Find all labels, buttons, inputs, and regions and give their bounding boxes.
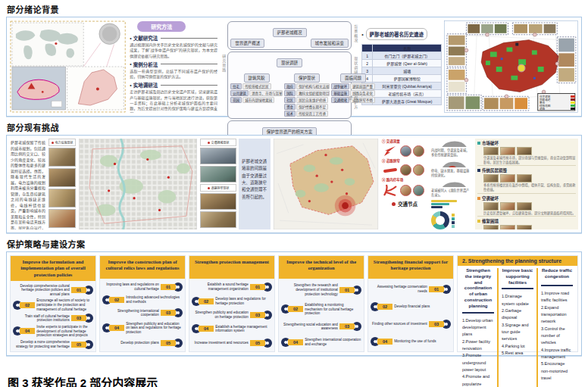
fc-item: 花园 城市内部绿地果园 [230,97,283,103]
city-map-beige-graphic [273,139,379,229]
planning-list: 1.Improve road traffic facilities2.Expan… [541,290,573,382]
damage-case: 传统民居损毁 多栋传统塔楼民居在轰炸中倒塌，墙体开裂、结构失稳，亟需抢救性修缮。 [477,167,576,193]
photo-circle [400,164,411,176]
strategy-header: Strengthen protection management [189,256,274,279]
fc-item: 资金 保护经费长期不足 [284,104,330,110]
ring-icon [174,308,183,317]
fc-item: 政府 保护机构与相关法规 [284,83,330,89]
case-bullet-icon [477,220,480,223]
strategy-items: Strengthen the research and development … [279,279,364,351]
fc-branch-buildings: 建筑风貌 住宅 传统塔楼式民居 公共建筑 清真寺、市场与浴室 花园 [230,69,283,117]
strategy-items: Establish a sound heritage management or… [189,279,274,351]
fc-node: 建筑风貌 [244,73,270,83]
strategy-text: Develop comprehensive cultural heritage … [13,284,70,297]
strategy-item: Assessing heritage conservation needs 01 [371,285,451,294]
method-text: 走访萨那老城及周边历史文化遗产区域，记录建筑遗产与基础设施现状，并与当地居民进行… [130,89,217,113]
fc-item-tag: 技术 [284,111,296,117]
strategy-text: Increase investment and resources [192,341,249,345]
photo-thumbnail [517,147,532,155]
sites-table-header: 名称 [362,45,442,52]
fc-branch-status: 保护现状 政府 保护机构与相关法规 国际 教科文组织援助项目 社区 [284,69,330,117]
strategy-items: Develop comprehensive cultural heritage … [11,281,95,351]
photo-column-traffic: 交通拥堵现状 道路狭窄现状 [200,139,236,229]
planning-list-item: 4.Parking lot [502,343,533,350]
fc-node: 现状调研 [277,58,302,67]
photo-thumbnail [48,189,76,208]
diagram-caption-text: 交通节点 [398,200,418,208]
planning-list-item: 3.Promote underground power layout [462,352,494,373]
donut-chart [431,211,449,229]
damage-case: 市场破坏 空袭波及老城传统市场，部分商铺与货摊受损，商业活动受到明显影响，居民生… [477,140,576,166]
strategy-header: Improve the formulation and implementati… [11,256,95,281]
bullet-icon: • [130,36,131,41]
strategy-text: Finding other sources of investment [371,322,427,326]
strategy-number: 02 [377,304,393,310]
diagram-row [382,164,427,176]
red-dot-icon [392,202,396,206]
legend-chip [452,221,455,224]
strategy-text: Assessing heritage conservation needs [371,285,427,293]
planning-list-item: 1.Develop urban development plans [462,317,494,339]
strategy-badge: 03 [429,320,451,329]
strategy-badge: 01 [429,285,451,294]
strategy-number: 04 [109,325,124,331]
photo-column-header: 电力设施现状 [48,139,76,146]
bar [431,206,443,208]
strategy-header: Improve the technical level of the organ… [279,256,364,279]
planning-list-item: 5.Encourage non-motorized travel [541,360,573,382]
ring-icon [263,282,272,292]
case-photos [483,174,576,183]
site-name: 老城传统市场（苏克） [373,90,442,98]
strategy-badge: 05 [250,339,272,348]
silhouette-note: 内战时期，空袭波及老城，多处传统建筑受损。 [431,148,472,158]
fc-item: 公共建筑 清真寺、市场与浴室 [230,90,283,96]
fc-node: 世界遗产概述 [230,39,264,48]
ring-icon [352,322,361,331]
strategy-column-management: Strengthen protection management Establi… [189,255,275,352]
photo-thumbnail [48,168,76,187]
sites-bullet-line: • 萨那老城的著名历史遗迹 [361,28,442,40]
planning-list-item: 3.Control the number of vehicles [541,326,573,347]
strategy-item: Develop a more comprehensive strategy fo… [13,340,93,349]
research-methods: 研究方法 • 文献研究法 通过梳理国内外关于历史文化名城保护的文献与研究成果，了… [128,20,219,113]
diagram-caption: 交通节点 [382,200,427,208]
strategy-item: Finding other sources of investment 03 [371,320,451,329]
strategy-badge: 04 [371,337,393,346]
panel-strategies: Improve the formulation and implementati… [6,251,582,356]
strategy-badge: 04 [102,323,124,332]
fc-item-tag: 花园 [230,97,242,103]
legend-chip [571,95,575,98]
site-name: 城墙 [373,67,442,75]
table-row: 1 也门之门（萨那老城之门） [362,52,442,60]
parking-fork-icon [382,183,399,197]
photo-thumbnail [483,202,499,211]
strategy-text: Strengthen publicity and education on la… [126,322,183,335]
table-row: 2 萨那城堡 (Qasr al-Silah) [362,60,442,67]
case-photos [483,202,576,211]
strategy-text: Establishing a monitoring mechanism for … [305,303,361,316]
planning-list-item: 1.Drainage system update [502,293,533,307]
planning-list-item: 3.Signage and tour guide services [502,322,533,343]
legend-chip [452,217,455,220]
strategy-text: Develop a more comprehensive strategy fo… [13,340,70,348]
strategy-badge: 01 [339,286,361,295]
fc-node: 城市发展和演变 [311,39,349,48]
strategy-badge: 02 [102,295,124,304]
strategy-number: 02 [288,306,303,312]
strategy-badge: 03 [71,314,93,323]
bar [431,203,449,205]
photo-circle [413,164,424,176]
planning-list-item: 2.Expand transportation network [541,304,573,326]
planning-subtitle: Strengthen the integrity and coordinatio… [462,268,494,314]
section3-title: 保护策略与建设方案 [7,238,588,250]
fc-node: 保护现状 [294,73,320,83]
strategy-badge: 03 [161,308,183,317]
site-name: 阿米里亚宫 (Qubbat Amariya) [373,83,442,90]
method-head: • 案例分析法 [130,61,217,68]
site-index: 1 [362,52,373,60]
bullet-icon: • [130,83,131,88]
fc-item: 技术 传统营造工艺传承 [284,111,330,117]
strategy-text: Strengthening social education and aware… [281,323,338,331]
fc-item-tag: 战争破坏 [331,83,349,89]
rule-line [161,85,217,86]
